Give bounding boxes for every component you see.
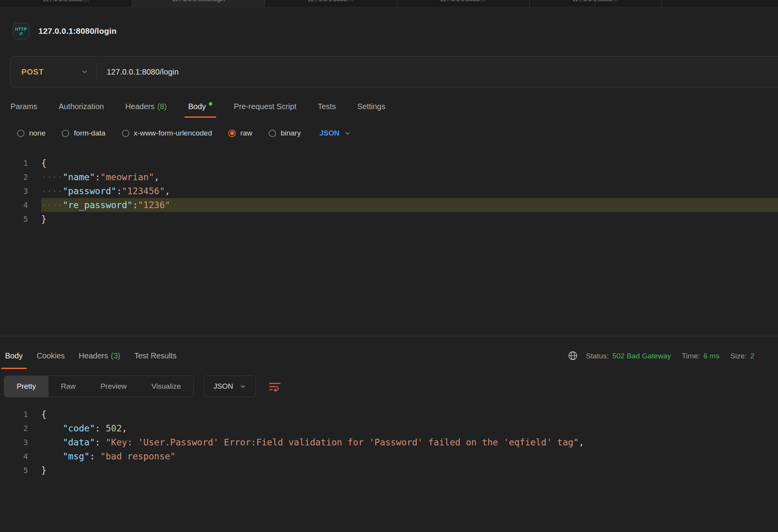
code-line-content: ····"re_password":"1236" — [41, 198, 778, 212]
tab-body[interactable]: Body — [188, 95, 213, 118]
code-line-content: { — [41, 407, 778, 421]
tab-label: Settings — [357, 102, 385, 111]
workspace-tab[interactable]: 127.0.0.1:8080/… — [265, 0, 397, 7]
code-line-content: "data": "Key: 'User.Password' Error:Fiel… — [41, 435, 778, 449]
wrap-text-icon — [269, 381, 281, 392]
view-visualize[interactable]: Visualize — [139, 376, 193, 397]
code-line-content: "msg": "bad response" — [41, 449, 778, 463]
response-language-selector[interactable]: JSON — [204, 376, 256, 397]
mode-label: binary — [281, 129, 301, 137]
tab-label: Test Results — [134, 351, 177, 360]
globe-icon — [568, 351, 578, 361]
request-body-editor[interactable]: 1{2····"name":"meowrian",3····"password"… — [0, 156, 778, 336]
response-tab-cookies[interactable]: Cookies — [37, 342, 65, 369]
body-mode-none[interactable]: none — [17, 129, 45, 137]
radio-icon — [122, 130, 129, 137]
tab-authorization[interactable]: Authorization — [59, 95, 104, 118]
workspace-tab[interactable]: 127.0.0.1:8080/… — [530, 0, 662, 7]
response-tab-headers[interactable]: Headers (3) — [79, 342, 120, 369]
tab-label: Headers — [125, 102, 155, 111]
response-tabs: Body Cookies Headers (3) Test Results St… — [0, 342, 778, 369]
body-modified-dot-icon — [209, 102, 212, 106]
language-label: JSON — [320, 129, 340, 137]
code-line[interactable]: 1{ — [0, 156, 778, 170]
request-title: 127.0.0.1:8080/login — [38, 26, 116, 36]
chevron-down-icon — [240, 383, 246, 390]
tab-label: Params — [10, 102, 37, 111]
line-number: 5 — [0, 212, 28, 226]
workspace-tab-label: 127.0.0.1:8080/login — [132, 0, 264, 2]
view-pretty[interactable]: Pretty — [4, 376, 49, 397]
workspace-tab[interactable]: 127.0.0.1:8080/… — [397, 0, 530, 7]
body-mode-form-data[interactable]: form-data — [62, 129, 105, 137]
line-number: 1 — [0, 156, 28, 170]
body-mode-selector: none form-data x-www-form-urlencoded raw… — [17, 126, 778, 140]
size-label: Size: — [730, 351, 747, 360]
workspace-tab[interactable]: 127.0.0.1:8080/login — [132, 0, 265, 7]
code-line[interactable]: 3····"password":"123456", — [0, 184, 778, 198]
workspace-tab-label: 127.0.0.1:8080/… — [0, 0, 132, 2]
code-line[interactable]: 2····"name":"meowrian", — [0, 170, 778, 184]
wrap-text-button[interactable] — [266, 377, 284, 395]
workspace-tab-label: 127.0.0.1:8080/… — [397, 0, 529, 2]
code-line[interactable]: 4 "msg": "bad response" — [0, 449, 778, 463]
view-preview[interactable]: Preview — [88, 376, 139, 397]
code-line-content: "code": 502, — [41, 421, 778, 435]
request-header: HTTP ⇄ 127.0.0.1:8080/login — [13, 23, 778, 39]
code-line[interactable]: 5} — [0, 463, 778, 477]
response-tab-test-results[interactable]: Test Results — [134, 342, 177, 369]
method-selector[interactable]: POST — [10, 57, 97, 87]
response-body-editor[interactable]: 1{2 "code": 502,3 "data": "Key: 'User.Pa… — [0, 407, 778, 477]
code-line[interactable]: 3 "data": "Key: 'User.Password' Error:Fi… — [0, 435, 778, 449]
mode-label: none — [29, 129, 45, 137]
code-line[interactable]: 5} — [0, 212, 778, 226]
url-input[interactable]: 127.0.0.1:8080/login — [97, 68, 179, 76]
code-line[interactable]: 1{ — [0, 407, 778, 421]
workspace-tab-label: 127.0.0.1:8080/… — [530, 0, 662, 2]
body-mode-raw[interactable]: raw — [228, 129, 252, 137]
request-tabs: Params Authorization Headers (8) Body Pr… — [10, 95, 778, 118]
tab-pre-request-script[interactable]: Pre-request Script — [234, 95, 296, 118]
tab-tests[interactable]: Tests — [318, 95, 336, 118]
body-mode-binary[interactable]: binary — [269, 129, 301, 137]
tab-params[interactable]: Params — [10, 95, 37, 118]
code-line-content: } — [41, 212, 778, 226]
radio-selected-icon — [228, 130, 236, 137]
status-label: Status: — [586, 351, 609, 360]
line-number: 2 — [0, 421, 28, 435]
tab-label: Pre-request Script — [234, 102, 296, 111]
radio-icon — [17, 130, 24, 137]
workspace-tab-bar: 127.0.0.1:8080/…127.0.0.1:8080/login127.… — [0, 0, 778, 7]
line-number: 2 — [0, 170, 28, 184]
code-line[interactable]: 2 "code": 502, — [0, 421, 778, 435]
body-mode-x-www-form-urlencoded[interactable]: x-www-form-urlencoded — [122, 129, 212, 137]
response-tab-body[interactable]: Body — [5, 342, 23, 369]
tab-label: Body — [188, 102, 206, 111]
code-line-content: ····"password":"123456", — [41, 184, 778, 198]
tab-settings[interactable]: Settings — [357, 95, 385, 118]
tab-headers[interactable]: Headers (8) — [125, 95, 167, 118]
size-value: 2 — [750, 351, 754, 360]
line-number: 4 — [0, 198, 28, 212]
code-line-highlighted[interactable]: 4····"re_password":"1236" — [0, 198, 778, 212]
mode-label: x-www-form-urlencoded — [134, 129, 212, 137]
http-request-icon: HTTP ⇄ — [13, 23, 29, 39]
line-number: 1 — [0, 407, 28, 421]
line-number: 3 — [0, 435, 28, 449]
view-switcher: Pretty Raw Preview Visualize — [4, 376, 194, 397]
tab-label: Body — [5, 351, 23, 360]
line-number: 4 — [0, 449, 28, 463]
http-icon-arrows: ⇄ — [19, 31, 23, 35]
time-label: Time: — [682, 351, 700, 360]
tab-count: (3) — [111, 351, 120, 360]
tab-label: Cookies — [37, 351, 65, 360]
raw-language-selector[interactable]: JSON — [320, 129, 351, 137]
response-view-toolbar: Pretty Raw Preview Visualize JSON — [0, 376, 778, 397]
code-line-content: } — [41, 463, 778, 477]
tab-label: Headers — [79, 351, 108, 360]
mode-label: raw — [240, 129, 252, 137]
tab-label: Tests — [318, 102, 336, 111]
workspace-tab[interactable] — [662, 0, 778, 7]
view-raw[interactable]: Raw — [49, 376, 88, 397]
workspace-tab[interactable]: 127.0.0.1:8080/… — [0, 0, 132, 7]
